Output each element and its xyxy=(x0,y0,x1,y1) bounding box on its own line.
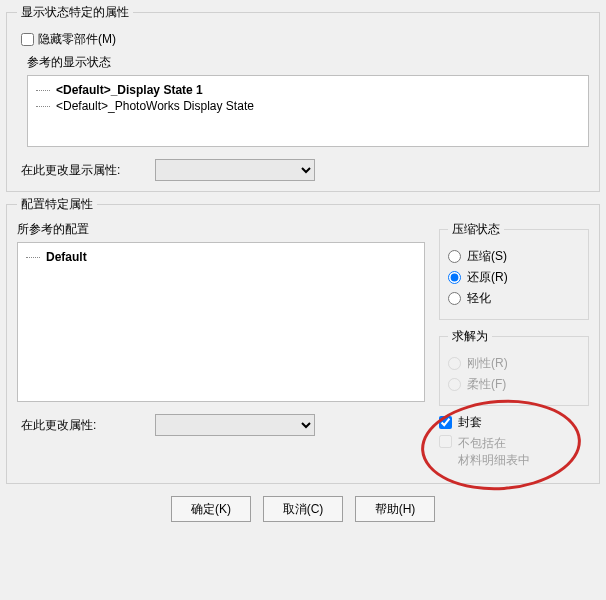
change-attr-combo[interactable] xyxy=(155,414,315,436)
help-button[interactable]: 帮助(H) xyxy=(355,496,435,522)
solve-legend: 求解为 xyxy=(448,328,492,345)
reference-display-state-label: 参考的显示状态 xyxy=(27,54,589,71)
config-item[interactable]: Default xyxy=(26,249,416,265)
exclude-bom-label: 不包括在 材料明细表中 xyxy=(458,435,530,469)
compress-radio-label[interactable]: 压缩(S) xyxy=(467,248,507,265)
display-state-properties-group: 显示状态特定的属性 隐藏零部件(M) 参考的显示状态 <Default>_Dis… xyxy=(6,4,600,192)
flexible-radio-label: 柔性(F) xyxy=(467,376,506,393)
compress-radio[interactable] xyxy=(448,250,461,263)
display-state-item[interactable]: <Default>_Display State 1 xyxy=(36,82,580,98)
restore-radio[interactable] xyxy=(448,271,461,284)
envelope-checkbox[interactable] xyxy=(439,416,452,429)
rigid-radio-label: 刚性(R) xyxy=(467,355,508,372)
envelope-label[interactable]: 封套 xyxy=(458,414,482,431)
ok-button[interactable]: 确定(K) xyxy=(171,496,251,522)
rigid-radio xyxy=(448,357,461,370)
config-legend: 配置特定属性 xyxy=(17,196,97,213)
exclude-bom-checkbox xyxy=(439,435,452,448)
display-state-item[interactable]: <Default>_PhotoWorks Display State xyxy=(36,98,580,114)
change-display-attr-combo[interactable] xyxy=(155,159,315,181)
hide-components-label[interactable]: 隐藏零部件(M) xyxy=(38,31,116,48)
change-display-attr-label: 在此更改显示属性: xyxy=(21,162,141,179)
display-state-tree[interactable]: <Default>_Display State 1 <Default>_Phot… xyxy=(27,75,589,147)
display-state-legend: 显示状态特定的属性 xyxy=(17,4,133,21)
compress-legend: 压缩状态 xyxy=(448,221,504,238)
restore-radio-label[interactable]: 还原(R) xyxy=(467,269,508,286)
light-radio-label[interactable]: 轻化 xyxy=(467,290,491,307)
compress-state-group: 压缩状态 压缩(S) 还原(R) 轻化 xyxy=(439,221,589,320)
hide-components-checkbox[interactable] xyxy=(21,33,34,46)
cancel-button[interactable]: 取消(C) xyxy=(263,496,343,522)
flexible-radio xyxy=(448,378,461,391)
config-properties-group: 配置特定属性 所参考的配置 Default 在此更改属性: 压缩状态 压缩(S) xyxy=(6,196,600,484)
solve-as-group: 求解为 刚性(R) 柔性(F) xyxy=(439,328,589,406)
referenced-config-label: 所参考的配置 xyxy=(17,221,425,238)
change-attr-label: 在此更改属性: xyxy=(21,417,141,434)
config-tree[interactable]: Default xyxy=(17,242,425,402)
dialog-button-row: 确定(K) 取消(C) 帮助(H) xyxy=(0,496,606,522)
light-radio[interactable] xyxy=(448,292,461,305)
